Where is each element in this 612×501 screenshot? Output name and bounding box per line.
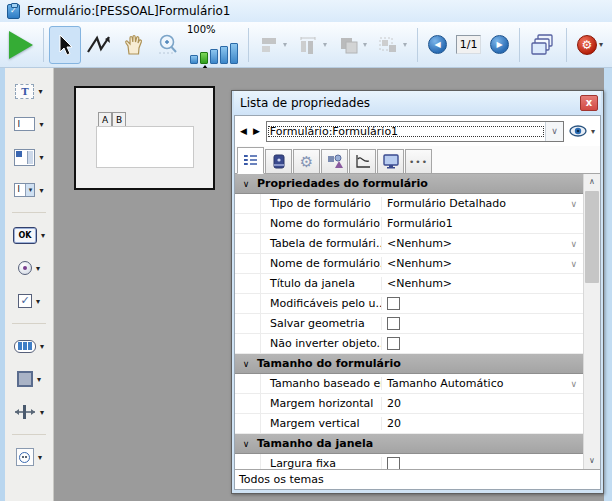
value-text[interactable]: <Nenhum> <box>387 277 452 290</box>
checkbox-tool-button[interactable]: ✓ ▾ <box>18 288 40 314</box>
property-value[interactable]: <Nenhum> <box>382 277 583 290</box>
tab-objects[interactable] <box>321 149 348 173</box>
value-text[interactable]: Tamanho Automático <box>387 377 503 390</box>
value-text[interactable]: <Nenhum> <box>387 237 452 250</box>
zigzag-icon <box>86 34 112 56</box>
connector-tool-button[interactable] <box>81 26 117 64</box>
property-value[interactable]: 20 <box>382 397 583 410</box>
property-value[interactable]: <Nenhum>∨ <box>382 257 583 270</box>
slider-tool-button[interactable]: ▾ <box>14 399 44 425</box>
button-tool-button[interactable]: OK ▾ <box>13 222 45 248</box>
tab-display[interactable] <box>377 149 404 173</box>
form-tab-b[interactable]: B <box>112 112 126 126</box>
value-checkbox[interactable] <box>387 297 400 310</box>
chevron-down-icon[interactable]: ∨ <box>570 199 577 209</box>
visibility-filter-button[interactable]: ▾ <box>569 124 595 138</box>
section-header-tamanho-da-janela[interactable]: ∨Tamanho da janela <box>235 434 583 454</box>
chevron-down-icon[interactable]: ▾ <box>39 120 43 129</box>
section-header-tamanho-do-formulario[interactable]: ∨Tamanho do formulário <box>235 354 583 374</box>
select-tool-button[interactable] <box>49 26 81 64</box>
form-preview[interactable]: A B <box>74 86 215 190</box>
tab-chart[interactable] <box>349 149 376 173</box>
zoom-bar-1[interactable] <box>190 55 198 64</box>
combobox-tool-button[interactable]: I ▾ <box>14 177 43 203</box>
properties-panel-titlebar[interactable]: Lista de propriedades x <box>234 91 601 115</box>
chevron-down-icon[interactable]: ∨ <box>545 122 563 141</box>
close-button[interactable]: x <box>580 95 598 111</box>
tab-behavior[interactable]: ⚙ <box>293 149 320 173</box>
socket-tool-button[interactable]: ▾ <box>16 444 42 470</box>
chevron-down-icon[interactable]: ∨ <box>570 379 577 389</box>
property-value[interactable]: Tamanho Automático∨ <box>382 377 583 390</box>
property-value[interactable]: <Nenhum>∨ <box>382 237 583 250</box>
tab-data[interactable] <box>265 149 292 173</box>
chevron-down-icon[interactable]: ▾ <box>38 87 42 96</box>
tab-property-list[interactable] <box>237 147 264 174</box>
chevron-down-icon[interactable]: ▾ <box>39 153 43 162</box>
property-row-modificaveis-pelo-u: Modificáveis pelo u... <box>235 294 583 314</box>
previous-page-button[interactable]: ◀ <box>423 26 452 64</box>
vertical-scrollbar[interactable]: ∧ ∨ <box>583 174 600 469</box>
pan-tool-button[interactable] <box>117 26 151 64</box>
radio-tool-button[interactable]: ▾ <box>18 255 40 281</box>
scroll-up-icon[interactable]: ∧ <box>584 174 600 190</box>
chevron-down-icon: ▾ <box>283 40 287 49</box>
property-value[interactable] <box>382 317 583 330</box>
theme-status-text: Todos os temas <box>239 473 324 486</box>
value-text[interactable]: Formulário1 <box>387 217 453 230</box>
zoom-bar-current[interactable] <box>200 52 208 64</box>
scroll-down-icon[interactable]: ∨ <box>584 453 600 469</box>
property-value[interactable]: 20 <box>382 417 583 430</box>
property-label: Margem vertical <box>261 417 382 430</box>
progressbar-tool-button[interactable]: ▾ <box>14 333 44 359</box>
zoom-tool-button[interactable] <box>151 26 185 64</box>
value-text[interactable]: Formulário Detalhado <box>387 197 506 210</box>
property-value[interactable] <box>382 457 583 469</box>
zoom-bar-5[interactable] <box>230 43 238 64</box>
align-objects-button: ▾ <box>254 26 292 64</box>
value-text[interactable]: 20 <box>387 397 401 410</box>
value-checkbox[interactable] <box>387 457 400 469</box>
object-selector-combobox[interactable]: Formulário:Formulário1 ∨ <box>266 121 564 142</box>
run-form-button[interactable] <box>4 26 38 64</box>
section-header-propriedades-do-formulario[interactable]: ∨Propriedades do formulário <box>235 174 583 194</box>
chevron-down-icon[interactable]: ▾ <box>41 231 45 240</box>
next-page-button[interactable]: ▶ <box>485 26 514 64</box>
value-checkbox[interactable] <box>387 337 400 350</box>
label-tool-button[interactable]: T ▾ <box>15 78 42 104</box>
property-value[interactable] <box>382 337 583 350</box>
chevron-down-icon[interactable]: ▾ <box>40 342 44 351</box>
chevron-down-icon[interactable]: ∨ <box>570 239 577 249</box>
zoom-level-control[interactable]: 100% <box>185 26 243 64</box>
property-label: Modificáveis pelo u... <box>261 297 382 310</box>
next-object-button[interactable]: ▶ <box>253 126 261 136</box>
rectangle-tool-button[interactable]: ▾ <box>17 366 41 392</box>
chevron-down-icon[interactable]: ∨ <box>570 259 577 269</box>
zoom-bar-4[interactable] <box>220 46 228 64</box>
settings-button[interactable]: ⚙ ▾ <box>572 26 608 64</box>
property-value[interactable] <box>382 297 583 310</box>
progressbar-icon <box>14 340 36 353</box>
chevron-down-icon[interactable]: ▾ <box>37 375 41 384</box>
zoom-bar-3[interactable] <box>210 49 218 64</box>
chevron-down-icon[interactable]: ▾ <box>40 408 44 417</box>
property-value[interactable]: Formulário Detalhado∨ <box>382 197 583 210</box>
scrollbar-thumb[interactable] <box>585 191 599 283</box>
chevron-down-icon[interactable]: ▾ <box>38 453 42 462</box>
form-tab-content[interactable] <box>96 126 194 168</box>
value-checkbox[interactable] <box>387 317 400 330</box>
edit-field-tool-button[interactable]: I ▾ <box>14 111 43 137</box>
value-text[interactable]: <Nenhum> <box>387 257 452 270</box>
row-gutter <box>235 234 261 253</box>
tab-more[interactable]: ••• <box>405 149 432 173</box>
chevron-down-icon[interactable]: ▾ <box>39 186 43 195</box>
chevron-down-icon[interactable]: ▾ <box>36 264 40 273</box>
chevron-down-icon[interactable]: ▾ <box>36 297 40 306</box>
window-list-button[interactable] <box>525 26 561 64</box>
form-tab-a[interactable]: A <box>98 112 112 126</box>
previous-object-button[interactable]: ◀ <box>240 126 248 136</box>
listbox-tool-button[interactable]: ▾ <box>14 144 43 170</box>
object-selector-row: ◀ ▶ Formulário:Formulário1 ∨ ▾ <box>235 116 600 146</box>
value-text[interactable]: 20 <box>387 417 401 430</box>
property-value[interactable]: Formulário1 <box>382 217 583 230</box>
